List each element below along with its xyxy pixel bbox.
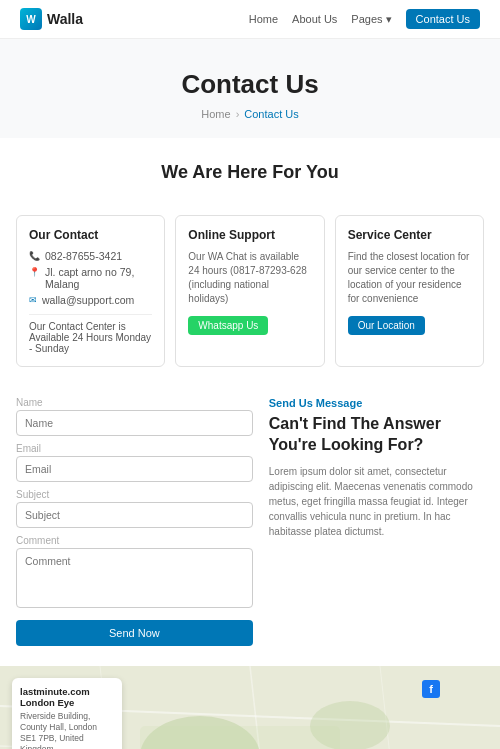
online-support-desc: Our WA Chat is available 24 hours (0817-… (188, 250, 311, 306)
our-location-btn[interactable]: Our Location (348, 316, 425, 335)
phone-icon: 📞 (29, 251, 40, 261)
hero-section: Contact Us Home › Contact Us (0, 39, 500, 138)
online-support-title: Online Support (188, 228, 311, 242)
nav-contact-btn[interactable]: Contact Us (406, 9, 480, 29)
email-input[interactable] (16, 456, 253, 482)
send-us-label: Send Us Message (269, 397, 484, 409)
navbar: W Walla Home About Us Pages ▾ Contact Us (0, 0, 500, 39)
contact-note: Our Contact Center is Available 24 Hours… (29, 314, 152, 354)
email-icon: ✉ (29, 295, 37, 305)
contact-address: Jl. capt arno no 79, Malang (45, 266, 152, 290)
breadcrumb: Home › Contact Us (20, 108, 480, 120)
nav-pages[interactable]: Pages ▾ (351, 13, 391, 26)
map-section: lastminute.com London Eye Riverside Buil… (0, 666, 500, 749)
service-center-card: Service Center Find the closest location… (335, 215, 484, 367)
service-center-title: Service Center (348, 228, 471, 242)
name-input[interactable] (16, 410, 253, 436)
email-label: Email (16, 443, 253, 454)
online-support-card: Online Support Our WA Chat is available … (175, 215, 324, 367)
form-message-section: Name Email Subject Comment Send Now Send… (0, 387, 500, 666)
message-title: Can't Find The Answer You're Looking For… (269, 414, 484, 456)
logo-icon: W (20, 8, 42, 30)
message-body: Lorem ipsum dolor sit amet, consectetur … (269, 464, 484, 539)
map-info-card: lastminute.com London Eye Riverside Buil… (12, 678, 122, 749)
we-are-here-section: We Are Here For You (0, 138, 500, 215)
message-section: Send Us Message Can't Find The Answer Yo… (269, 397, 484, 646)
contact-email: walla@support.com (42, 294, 134, 306)
logo[interactable]: W Walla (20, 8, 83, 30)
breadcrumb-current: Contact Us (244, 108, 298, 120)
contact-form: Name Email Subject Comment Send Now (16, 397, 253, 646)
nav-home[interactable]: Home (249, 13, 278, 25)
map-card-address: Riverside Building, County Hall, London … (20, 711, 114, 749)
contact-address-row: 📍 Jl. capt arno no 79, Malang (29, 266, 152, 290)
nav-about[interactable]: About Us (292, 13, 337, 25)
whatsapp-btn[interactable]: Whatsapp Us (188, 316, 268, 335)
send-now-button[interactable]: Send Now (16, 620, 253, 646)
section-title: We Are Here For You (20, 162, 480, 183)
nav-pages-label: Pages ▾ (351, 13, 391, 26)
service-center-desc: Find the closest location for our servic… (348, 250, 471, 306)
contact-phone-row: 📞 082-87655-3421 (29, 250, 152, 262)
comment-label: Comment (16, 535, 253, 546)
breadcrumb-separator: › (236, 108, 240, 120)
nav-links: Home About Us Pages ▾ Contact Us (249, 9, 480, 29)
name-label: Name (16, 397, 253, 408)
location-icon: 📍 (29, 267, 40, 277)
our-contact-title: Our Contact (29, 228, 152, 242)
breadcrumb-home[interactable]: Home (201, 108, 230, 120)
contact-email-row: ✉ walla@support.com (29, 294, 152, 306)
map-card-title: lastminute.com London Eye (20, 686, 114, 708)
comment-input[interactable] (16, 548, 253, 608)
subject-label: Subject (16, 489, 253, 500)
facebook-map-icon[interactable]: f (422, 680, 440, 698)
logo-text: Walla (47, 11, 83, 27)
subject-input[interactable] (16, 502, 253, 528)
page-title: Contact Us (20, 69, 480, 100)
our-contact-card: Our Contact 📞 082-87655-3421 📍 Jl. capt … (16, 215, 165, 367)
contact-cards: Our Contact 📞 082-87655-3421 📍 Jl. capt … (0, 215, 500, 387)
contact-phone: 082-87655-3421 (45, 250, 122, 262)
